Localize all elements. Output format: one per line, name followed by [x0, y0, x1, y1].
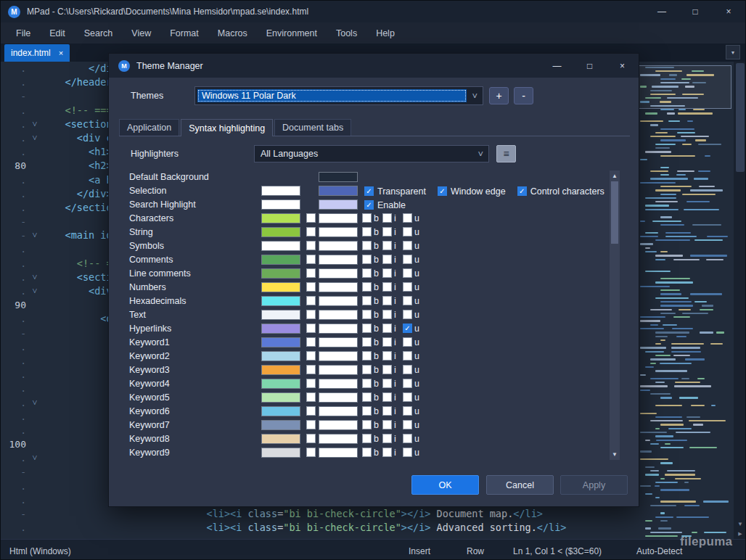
b-checkbox[interactable]: [362, 324, 372, 333]
b-checkbox[interactable]: [362, 351, 372, 361]
status-insert-mode[interactable]: Insert: [409, 546, 430, 556]
u-checkbox[interactable]: [403, 392, 412, 402]
menu-environment[interactable]: Environment: [257, 22, 327, 44]
background-swatch[interactable]: [319, 282, 358, 292]
foreground-swatch[interactable]: [261, 199, 300, 210]
fold-toggle-icon[interactable]: ˅: [28, 131, 41, 145]
i-checkbox[interactable]: [382, 241, 392, 250]
style-row-keyword2[interactable]: Keyword2biu: [122, 350, 608, 363]
dialog-titlebar[interactable]: M Theme Manager — □ ×: [109, 54, 639, 78]
dialog-close-icon[interactable]: ×: [606, 54, 639, 78]
foreground-swatch[interactable]: [261, 406, 300, 416]
transparent-bg-checkbox[interactable]: [306, 241, 316, 250]
style-row-hyperlinks[interactable]: Hyperlinksbi✓u: [122, 322, 608, 336]
u-checkbox[interactable]: [403, 434, 412, 443]
background-swatch[interactable]: [319, 337, 358, 347]
background-swatch[interactable]: [319, 406, 358, 416]
i-checkbox[interactable]: [382, 351, 392, 361]
apply-button[interactable]: Apply: [560, 475, 628, 495]
scroll-right-icon[interactable]: ▶: [734, 531, 746, 537]
style-row-default-background[interactable]: Default Background: [122, 170, 608, 184]
foreground-swatch[interactable]: [261, 337, 300, 347]
code-line[interactable]: . <li><i class="bi bi-check-circle"></i>…: [1, 521, 638, 535]
i-checkbox[interactable]: [382, 434, 392, 443]
menu-format[interactable]: Format: [160, 22, 208, 44]
background-swatch[interactable]: [319, 241, 358, 251]
foreground-swatch[interactable]: [261, 392, 300, 403]
transparent-bg-checkbox[interactable]: [306, 337, 316, 347]
minimize-icon[interactable]: —: [645, 1, 679, 22]
background-swatch[interactable]: [319, 227, 358, 237]
foreground-swatch[interactable]: [261, 241, 300, 251]
i-checkbox[interactable]: [382, 337, 392, 347]
transparent-bg-checkbox[interactable]: [306, 406, 316, 416]
fold-toggle-icon[interactable]: ˅: [28, 284, 41, 298]
fold-toggle-icon[interactable]: ˅: [28, 271, 41, 284]
status-caret-position[interactable]: Ln 1, Col 1 < ($3C=60): [513, 546, 602, 556]
background-swatch[interactable]: [319, 310, 358, 320]
style-row-symbols[interactable]: Symbolsbiu: [122, 239, 608, 253]
style-row-keyword3[interactable]: Keyword3biu: [122, 363, 608, 377]
list-scrollbar-thumb[interactable]: [611, 181, 618, 244]
u-checkbox[interactable]: ✓: [403, 324, 412, 333]
b-checkbox[interactable]: [362, 255, 372, 264]
transparent-bg-checkbox[interactable]: [306, 213, 316, 223]
style-row-keyword5[interactable]: Keyword5biu: [122, 391, 608, 405]
b-checkbox[interactable]: [362, 448, 372, 457]
style-row-hexadecimals[interactable]: Hexadecimalsbiu: [122, 295, 608, 308]
transparent-bg-checkbox[interactable]: [306, 379, 316, 388]
foreground-swatch[interactable]: [261, 213, 300, 223]
fold-toggle-icon[interactable]: ˅: [28, 228, 41, 242]
b-checkbox[interactable]: [362, 392, 372, 402]
dialog-maximize-icon[interactable]: □: [573, 54, 606, 78]
cancel-button[interactable]: Cancel: [486, 475, 554, 495]
u-checkbox[interactable]: [403, 420, 412, 429]
style-row-selection[interactable]: Selection✓Transparent✓Window edge✓Contro…: [122, 184, 608, 198]
transparent-bg-checkbox[interactable]: [306, 420, 316, 429]
transparent-bg-checkbox[interactable]: [306, 227, 316, 236]
i-checkbox[interactable]: [382, 282, 392, 292]
b-checkbox[interactable]: [362, 434, 372, 443]
transparent-bg-checkbox[interactable]: [306, 365, 316, 374]
background-swatch[interactable]: [319, 296, 358, 306]
foreground-swatch[interactable]: [261, 434, 300, 444]
style-row-line-comments[interactable]: Line commentsbiu: [122, 267, 608, 281]
i-checkbox[interactable]: [382, 310, 392, 319]
editor-scrollbar-thumb[interactable]: [736, 63, 745, 172]
status-syntax-mode[interactable]: Html (Windows): [9, 546, 71, 556]
dialog-minimize-icon[interactable]: —: [541, 54, 573, 78]
style-row-comments[interactable]: Commentsbiu: [122, 253, 608, 267]
style-row-keyword7[interactable]: Keyword7biu: [122, 419, 608, 432]
style-row-keyword4[interactable]: Keyword4biu: [122, 377, 608, 391]
u-checkbox[interactable]: [403, 255, 412, 264]
enable-checkbox[interactable]: ✓: [364, 200, 374, 210]
background-swatch[interactable]: [319, 324, 358, 334]
i-checkbox[interactable]: [382, 255, 392, 264]
code-line[interactable]: - <li><i class="bi bi-check-circle"></i>…: [1, 507, 638, 521]
list-scrollbar[interactable]: ▲ ▼: [610, 170, 620, 460]
fold-toggle-icon[interactable]: ˅: [28, 118, 41, 131]
window-edge-checkbox[interactable]: ✓: [438, 186, 447, 196]
style-row-keyword9[interactable]: Keyword9biu: [122, 446, 608, 460]
b-checkbox[interactable]: [362, 241, 372, 250]
i-checkbox[interactable]: [382, 406, 392, 416]
style-row-characters[interactable]: Charactersbiu: [122, 212, 608, 226]
background-swatch[interactable]: [319, 434, 358, 444]
transparent-bg-checkbox[interactable]: [306, 434, 316, 443]
i-checkbox[interactable]: [382, 213, 392, 223]
i-checkbox[interactable]: [382, 420, 392, 429]
foreground-swatch[interactable]: [261, 310, 300, 320]
transparent-bg-checkbox[interactable]: [306, 268, 316, 278]
check-control-characters[interactable]: ✓Control characters: [517, 186, 604, 197]
foreground-swatch[interactable]: [261, 365, 300, 375]
u-checkbox[interactable]: [403, 268, 412, 278]
b-checkbox[interactable]: [362, 365, 372, 374]
menu-search[interactable]: Search: [75, 22, 123, 44]
foreground-swatch[interactable]: [261, 186, 300, 196]
tab-list-button[interactable]: ▼: [726, 45, 740, 59]
background-swatch[interactable]: [319, 186, 358, 196]
i-checkbox[interactable]: [382, 324, 392, 333]
i-checkbox[interactable]: [382, 392, 392, 402]
foreground-swatch[interactable]: [261, 351, 300, 361]
remove-theme-button[interactable]: -: [514, 87, 533, 104]
